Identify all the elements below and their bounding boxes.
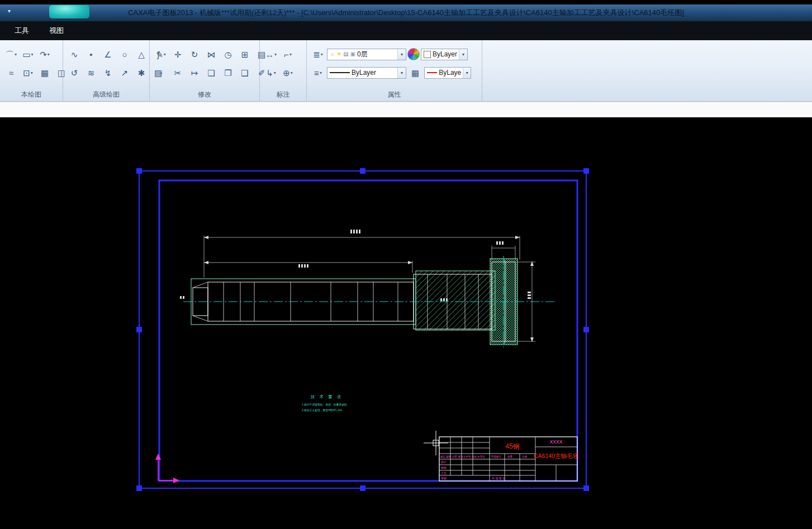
ellipse-tool-icon: ○ bbox=[122, 50, 127, 59]
polygon-tool-icon: △ bbox=[138, 50, 145, 59]
select-tool-button[interactable]: ▫ bbox=[153, 65, 169, 80]
part-name-label: CA6140主轴毛坯 bbox=[534, 452, 578, 459]
block-tool-button[interactable]: ⊡▾ bbox=[20, 65, 36, 80]
layer-manager-button[interactable]: ≣ ▾ bbox=[310, 47, 326, 61]
spline-tool-icon: ∿ bbox=[71, 50, 78, 59]
chevron-down-icon: ▾ bbox=[31, 70, 33, 75]
move-tool-icon: ✛ bbox=[174, 50, 182, 59]
chevron-down-icon: ▾ bbox=[164, 52, 166, 57]
check-label: 校核 bbox=[440, 466, 447, 469]
color-select[interactable]: ByLayer ▾ bbox=[421, 49, 468, 60]
new-doc-tool-icon: ❐ bbox=[224, 69, 231, 77]
arrow-tool-button[interactable]: ↗ bbox=[117, 65, 132, 80]
title-block[interactable]: 45钢 XXXX CA6140主轴毛坯 标记 处数 分区 更改文件号 签名 年月… bbox=[439, 437, 578, 481]
breakline-tool-icon: ↯ bbox=[105, 69, 112, 77]
menu-tools[interactable]: 工具 bbox=[15, 26, 29, 36]
layer-freeze-icon: ☀ bbox=[336, 51, 341, 57]
caxa-window: ▾ CAXA电子图板2013 - 机械版***试用期(还剩12天)*** - [… bbox=[0, 0, 812, 529]
ribbon-group-label: 修改 bbox=[150, 90, 259, 99]
polyline-tool-icon: ≈ bbox=[9, 69, 13, 77]
title-bar[interactable]: ▾ CAXA电子图板2013 - 机械版***试用期(还剩12天)*** - [… bbox=[0, 4, 812, 21]
linewidth-settings-button[interactable]: ≡ ▾ bbox=[310, 65, 326, 80]
select-tool-icon: ▫ bbox=[159, 69, 162, 77]
cad-drawing: 技 术 要 求 1.锻件不得有裂纹、夹层、折叠等缺陷 2.锻后正火处理，硬度HB… bbox=[0, 117, 812, 529]
ribbon-group-advanced-draw: ∿•∠○△∫ ↺≋↯↗✱▨ 高级绘图 bbox=[63, 40, 150, 101]
mirror-tool-button[interactable]: ⋈ bbox=[203, 47, 219, 61]
color-swatch bbox=[424, 51, 431, 58]
layer-lock-icon: ▣ bbox=[350, 51, 355, 57]
window-edge bbox=[0, 0, 812, 4]
contour-tool-icon: ✱ bbox=[138, 69, 145, 77]
chevron-down-icon: ▾ bbox=[321, 52, 323, 57]
dimension-tool-button[interactable]: ↔▾ bbox=[263, 47, 279, 61]
drawing-canvas[interactable]: 技 术 要 求 1.锻件不得有裂纹、夹层、折叠等缺陷 2.锻后正火处理，硬度HB… bbox=[0, 117, 812, 529]
revolve-tool-button[interactable]: ↺ bbox=[67, 65, 82, 80]
spline-tool-button[interactable]: ∿ bbox=[67, 47, 82, 61]
multi-doc-tool-button[interactable]: ❑ bbox=[237, 65, 253, 80]
polygon-tool-button[interactable]: △ bbox=[134, 47, 149, 61]
dim-text-center bbox=[440, 298, 448, 301]
linetype-select-value: ByLayer bbox=[352, 69, 376, 77]
erase-tool-button[interactable]: ✎▾ bbox=[153, 47, 169, 61]
ellipse-tool-button[interactable]: ○ bbox=[117, 47, 132, 61]
datum-tool-button[interactable]: ⊕▾ bbox=[280, 65, 296, 80]
ribbon-group-properties: ≣ ▾ ☼ ☀ ▤ ▣ 0层 ▾ ByLayer ▾ bbox=[307, 40, 482, 101]
chevron-down-icon: ▾ bbox=[15, 52, 17, 57]
contour-tool-button[interactable]: ✱ bbox=[134, 65, 149, 80]
arc-tool-button[interactable]: ↷▾ bbox=[37, 47, 53, 61]
breakline-tool-button[interactable]: ↯ bbox=[100, 65, 116, 80]
layer-select[interactable]: ☼ ☀ ▤ ▣ 0层 ▾ bbox=[327, 49, 406, 60]
grid-tool-button[interactable]: ▦ bbox=[37, 65, 53, 80]
erase-tool-icon: ✎ bbox=[156, 50, 163, 59]
dim-style-tool-button[interactable]: ⌐▾ bbox=[280, 47, 296, 61]
linewidth-select-value: ByLayer bbox=[439, 69, 461, 77]
bisector-tool-button[interactable]: ∠ bbox=[100, 47, 116, 61]
arrow-tool-icon: ↗ bbox=[121, 69, 129, 77]
revolve-copy-tool-icon: ◷ bbox=[224, 50, 231, 59]
new-doc-tool-button[interactable]: ❐ bbox=[220, 65, 236, 80]
array-tool-button[interactable]: ⊞ bbox=[237, 47, 253, 61]
linewidth-select[interactable]: ByLayer ▾ bbox=[424, 67, 471, 79]
trim-tool-icon: ✂ bbox=[174, 69, 182, 77]
ribbon-empty-area bbox=[482, 40, 812, 101]
leader-tool-button[interactable]: ↳▾ bbox=[263, 65, 279, 80]
array-tool-icon: ⊞ bbox=[241, 50, 249, 59]
wave-tool-button[interactable]: ≋ bbox=[83, 65, 99, 80]
scale-label: 比例 bbox=[522, 455, 528, 459]
polyline-tool-button[interactable]: ≈ bbox=[3, 65, 19, 80]
grid-tool-icon: ▦ bbox=[41, 69, 49, 77]
table-icon: ▦ bbox=[411, 69, 419, 77]
chevron-down-icon: ▾ bbox=[463, 68, 471, 78]
aero-highlight bbox=[49, 5, 89, 18]
line-tool-button[interactable]: ⌒▾ bbox=[3, 47, 19, 61]
material-label: 45钢 bbox=[505, 442, 519, 450]
change-row-label: 标记 处数 分区 更改文件号 签名 年月日 bbox=[440, 455, 485, 459]
quick-access-caret-icon[interactable]: ▾ bbox=[8, 8, 11, 14]
audit-label: 审核 bbox=[441, 476, 447, 480]
point-tool-icon: • bbox=[89, 50, 92, 59]
chevron-down-icon: ▾ bbox=[291, 70, 293, 75]
crosshair-cursor bbox=[424, 431, 448, 455]
menu-bar: 工具 视图 bbox=[0, 21, 812, 40]
layer-visible-icon: ☼ bbox=[330, 51, 335, 57]
rotate-tool-button[interactable]: ↻ bbox=[187, 47, 202, 61]
move-tool-button[interactable]: ✛ bbox=[170, 47, 186, 61]
table-button[interactable]: ▦ bbox=[407, 65, 423, 80]
layer-print-icon: ▤ bbox=[343, 51, 348, 57]
color-picker-button[interactable] bbox=[407, 48, 420, 60]
sheet-frame[interactable] bbox=[136, 168, 589, 491]
technical-notes[interactable]: 技 术 要 求 1.锻件不得有裂纹、夹层、折叠等缺陷 2.锻后正火处理，硬度HB… bbox=[302, 394, 347, 412]
revolve-copy-tool-button[interactable]: ◷ bbox=[220, 47, 236, 61]
extend-tool-button[interactable]: ↦ bbox=[187, 65, 202, 80]
menu-view[interactable]: 视图 bbox=[49, 26, 64, 36]
block-tool-icon: ⊡ bbox=[23, 69, 30, 77]
point-tool-button[interactable]: • bbox=[83, 47, 99, 61]
trim-tool-button[interactable]: ✂ bbox=[170, 65, 186, 80]
rect-tool-button[interactable]: ▭▾ bbox=[20, 47, 36, 61]
copy-doc-tool-button[interactable]: ❏ bbox=[203, 65, 219, 80]
design-label: 设计 bbox=[440, 460, 447, 464]
linetype-select[interactable]: ByLayer ▾ bbox=[327, 67, 406, 79]
ribbon-group-label: 高级绘图 bbox=[63, 90, 149, 99]
extend-tool-icon: ↦ bbox=[191, 69, 198, 77]
chevron-down-icon: ▾ bbox=[274, 52, 277, 57]
